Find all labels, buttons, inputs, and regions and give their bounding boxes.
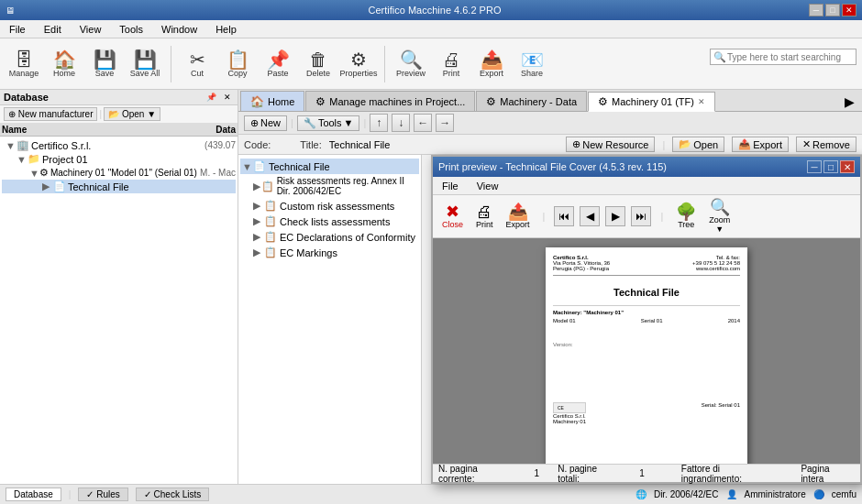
pp-export-tool-button[interactable]: 📤 Export xyxy=(503,202,534,231)
tree-toggle-machinery01[interactable]: ▼ xyxy=(29,168,39,179)
pp-first-button[interactable]: ⏮ xyxy=(554,206,574,226)
rtt-toggle-risk-reg[interactable]: ▶ xyxy=(253,181,261,192)
pp-menu-view[interactable]: View xyxy=(471,179,504,193)
nav-up-button[interactable]: ↑ xyxy=(370,114,388,132)
status-user-icon: 👤 xyxy=(726,489,737,499)
status-tab-database[interactable]: Database xyxy=(6,488,61,501)
status-tab-rules[interactable]: ✓ Rules xyxy=(78,488,127,501)
open-button[interactable]: 📂 Open ▼ xyxy=(104,107,160,121)
pp-close-button[interactable]: ✕ xyxy=(840,160,855,173)
new-resource-button[interactable]: ⊕ New Resource xyxy=(566,137,655,152)
rtt-ec-decl-icon: 📋 xyxy=(264,231,277,243)
tf-tools-button[interactable]: 🔧 Tools ▼ xyxy=(297,115,360,131)
new-manufacturer-button[interactable]: ⊕ New manufacturer xyxy=(4,107,97,121)
rtt-item-tf[interactable]: ▼ 📄 Technical File xyxy=(240,159,419,174)
menu-tools[interactable]: Tools xyxy=(114,22,149,37)
copy-button[interactable]: 📋 Copy xyxy=(219,41,256,87)
menu-window[interactable]: Window xyxy=(156,22,203,37)
status-bar: Database | ✓ Rules ✓ Check Lists 🌐 Dir. … xyxy=(0,484,862,504)
rtt-item-custom-risk[interactable]: ▶ 📋 Custom risk assessments xyxy=(240,198,419,214)
tree-item-project01[interactable]: ▼ 📁 Project 01 xyxy=(2,152,236,166)
tree-item-techfile[interactable]: ▶ 📄 Technical File xyxy=(2,180,236,193)
pp-menu-file[interactable]: File xyxy=(437,179,464,193)
tf-new-button[interactable]: ⊕ New xyxy=(244,115,287,131)
pp-close-tool-button[interactable]: ✖ Close xyxy=(438,202,467,231)
rtt-toggle-ec-markings[interactable]: ▶ xyxy=(253,247,264,258)
tree-item-machinery01[interactable]: ▼ ⚙ Machinery 01 "Model 01" (Serial 01) … xyxy=(2,166,236,180)
pp-toolbar: ✖ Close 🖨 Print 📤 Export | xyxy=(433,195,860,238)
share-button[interactable]: 📧 Share xyxy=(514,41,550,87)
cut-button[interactable]: ✂ Cut xyxy=(179,41,216,87)
tab-home[interactable]: 🏠 Home xyxy=(240,91,304,111)
tab-close-button[interactable]: ✕ xyxy=(698,97,705,106)
tab-manage-machines[interactable]: ⚙ Manage machines in Project... xyxy=(305,91,475,111)
pp-close-icon: ✖ xyxy=(446,203,459,220)
rtt-item-ec-decl[interactable]: ▶ 📋 EC Declarations of Conformity xyxy=(240,229,419,245)
panel-toolbar: ⊕ New manufacturer | 📂 Open ▼ xyxy=(0,105,238,124)
export-resource-icon: 📤 xyxy=(738,138,751,150)
rtt-toggle-custom-risk[interactable]: ▶ xyxy=(253,200,264,212)
doc-header: Certifico S.r.l. Via Porta S. Vittoria, … xyxy=(553,255,740,271)
pp-content: Certifico S.r.l. Via Porta S. Vittoria, … xyxy=(433,238,860,464)
tree-toggle-project01[interactable]: ▼ xyxy=(17,154,28,165)
remove-resource-button[interactable]: ✕ Remove xyxy=(796,137,856,152)
rtt-item-ec-markings[interactable]: ▶ 📋 EC Markings xyxy=(240,245,419,260)
rtt-custom-risk-icon: 📋 xyxy=(264,200,277,212)
rtt-item-risk-reg[interactable]: ▶ 📋 Risk assessments reg. Annex II Dir. … xyxy=(240,174,419,198)
nav-down-button[interactable]: ↓ xyxy=(392,114,410,132)
tab-machinery-data[interactable]: ⚙ Machinery - Data xyxy=(476,91,587,111)
menu-file[interactable]: File xyxy=(4,22,31,37)
pp-prev-button[interactable]: ◀ xyxy=(580,206,600,226)
search-input[interactable] xyxy=(710,49,856,65)
menu-help[interactable]: Help xyxy=(210,22,242,37)
pp-tree-tool-button[interactable]: 🌳 Tree xyxy=(672,202,700,231)
preview-button[interactable]: 🔍 Preview xyxy=(392,41,429,87)
rtt-risk-reg-icon: 📋 xyxy=(261,181,274,192)
tab-scroll-right[interactable]: ▶ xyxy=(839,93,860,111)
pp-print-tool-button[interactable]: 🖨 Print xyxy=(472,202,497,231)
tab-bar: 🏠 Home ⚙ Manage machines in Project... ⚙… xyxy=(238,90,862,112)
copy-icon: 📋 xyxy=(227,50,249,69)
tab-machinery-tf[interactable]: ⚙ Machinery 01 (TF) ✕ xyxy=(588,92,715,112)
export-resource-button[interactable]: 📤 Export xyxy=(732,137,789,152)
open-resource-button[interactable]: 📂 Open xyxy=(672,137,724,152)
menu-view[interactable]: View xyxy=(74,22,107,37)
export-button[interactable]: 📤 Export xyxy=(473,41,510,87)
save-button[interactable]: 💾 Save xyxy=(86,41,123,87)
pp-last-button[interactable]: ⏭ xyxy=(631,206,651,226)
status-tab-checklists[interactable]: ✓ Check Lists xyxy=(136,488,209,501)
menu-edit[interactable]: Edit xyxy=(39,22,67,37)
tree-item-certifico[interactable]: ▼ 🏢 Certifico S.r.l. (439.07 xyxy=(2,138,236,152)
properties-button[interactable]: ⚙ Properties xyxy=(340,41,377,87)
tree-toggle-techfile[interactable]: ▶ xyxy=(42,181,53,192)
tree-toggle-certifico[interactable]: ▼ xyxy=(6,140,17,151)
column-headers: Name Data xyxy=(0,124,238,137)
status-app-value: cemfu xyxy=(832,489,856,499)
pp-zoom-tool-button[interactable]: 🔍 Zoom ▼ xyxy=(705,197,734,236)
pp-minimize-button[interactable]: ─ xyxy=(807,160,822,173)
close-button[interactable]: ✕ xyxy=(842,4,856,16)
print-button[interactable]: 🖨 Print xyxy=(433,41,470,87)
home-button[interactable]: 🏠 Home xyxy=(46,41,83,87)
pp-next-button[interactable]: ▶ xyxy=(605,206,625,226)
rtt-item-check-lists[interactable]: ▶ 📋 Check lists assessments xyxy=(240,214,419,229)
manage-button[interactable]: 🗄 Manage xyxy=(6,41,42,87)
rtt-toggle-tf[interactable]: ▼ xyxy=(242,161,253,172)
paste-button[interactable]: 📌 Paste xyxy=(260,41,296,87)
pin-button[interactable]: 📌 xyxy=(204,92,219,103)
rtt-toggle-ec-decl[interactable]: ▶ xyxy=(253,231,264,243)
rtt-toggle-check-lists[interactable]: ▶ xyxy=(253,215,264,227)
close-panel-button[interactable]: ✕ xyxy=(221,92,234,103)
search-bar: 🔍 xyxy=(710,49,856,65)
left-panel: Database 📌 ✕ ⊕ New manufacturer | 📂 Open… xyxy=(0,90,238,484)
pp-menu: File View xyxy=(433,177,860,195)
delete-button[interactable]: 🗑 Delete xyxy=(300,41,337,87)
nav-right-button[interactable]: → xyxy=(436,114,454,132)
minimize-button[interactable]: ─ xyxy=(809,4,823,16)
status-dir-value: Dir. 2006/42/EC xyxy=(654,489,719,499)
home-icon: 🏠 xyxy=(53,50,76,69)
maximize-button[interactable]: □ xyxy=(825,4,840,16)
pp-maximize-button[interactable]: □ xyxy=(823,160,838,173)
nav-left-button[interactable]: ← xyxy=(414,114,432,132)
save-all-button[interactable]: 💾 Save All xyxy=(127,41,163,87)
